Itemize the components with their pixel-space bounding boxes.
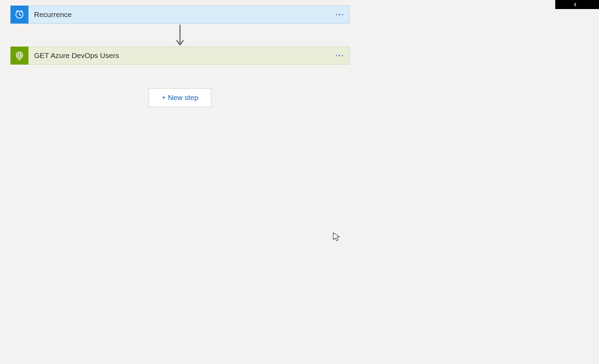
ellipsis-icon [336,55,343,56]
plus-icon: + [162,93,166,102]
step-card-http-get[interactable]: GET Azure DevOps Users [10,47,350,65]
flow-connector [10,24,350,47]
new-step-label: New step [168,93,198,102]
top-right-panel-stub [555,0,599,9]
designer-canvas: Recurrence [0,0,599,364]
step-card-recurrence[interactable]: Recurrence [10,6,350,24]
new-step-container: + New step [10,88,350,107]
step-icon-box [10,47,28,65]
ellipsis-icon [336,14,343,15]
flow-column: Recurrence [10,6,350,107]
step-title: Recurrence [28,6,330,23]
new-step-button[interactable]: + New step [149,88,211,107]
arrow-down-icon [175,24,185,46]
svg-line-2 [19,15,21,16]
globe-icon [14,50,25,61]
cursor-icon [332,232,341,242]
step-title: GET Azure DevOps Users [28,47,330,64]
step-icon-box [10,6,28,24]
step-menu-button[interactable] [330,6,349,23]
step-menu-button[interactable] [330,47,349,64]
panel-chevron-icon [574,1,581,8]
clock-icon [14,9,25,20]
